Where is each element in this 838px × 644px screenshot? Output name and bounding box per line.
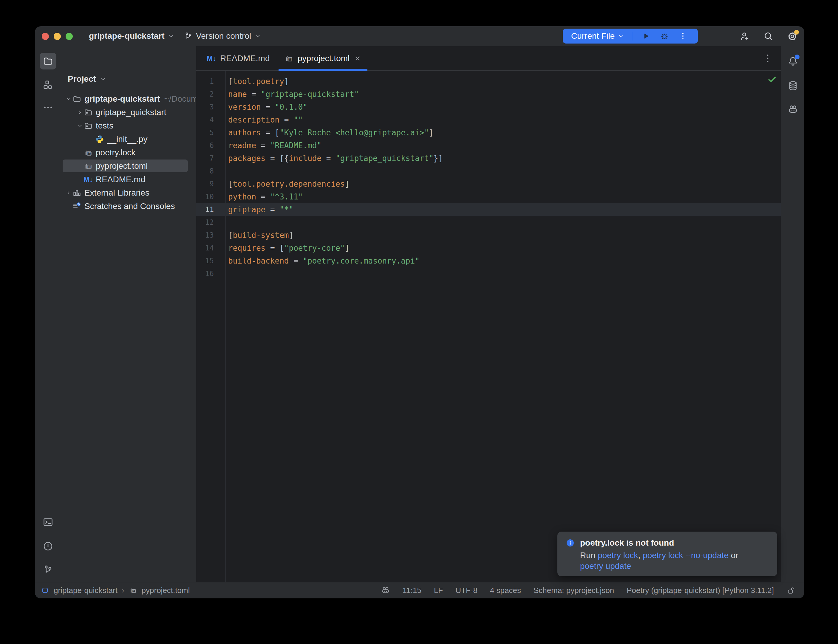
tree-indent — [76, 159, 84, 172]
add-user-icon[interactable] — [739, 31, 750, 42]
line-number: 6 — [196, 141, 214, 150]
tab-options-icon[interactable] — [762, 53, 773, 64]
code-text: name = "griptape-quickstart" — [214, 90, 359, 99]
line-separator[interactable]: LF — [434, 586, 443, 595]
notification-balloon: poetry.lock is not found Run poetry lock… — [557, 532, 777, 576]
title-bar: griptape-quickstart Version control Curr… — [35, 26, 804, 46]
code-line-16[interactable]: 16 — [196, 267, 781, 280]
cursor-position[interactable]: 11:15 — [403, 586, 421, 595]
tree-item-pyproject-toml[interactable]: [T]pyproject.toml — [61, 159, 196, 172]
tree-item-poetry-lock[interactable]: [T]poetry.lock — [61, 146, 196, 159]
tree-item-label: griptape_quickstart — [96, 108, 166, 117]
code-line-13[interactable]: 13[build-system] — [196, 229, 781, 242]
problems-tool-button[interactable] — [39, 538, 56, 555]
project-folder-tool-button[interactable] — [39, 53, 56, 69]
code-line-11[interactable]: 11griptape = "*" — [196, 203, 781, 216]
code-line-2[interactable]: 2name = "griptape-quickstart" — [196, 88, 781, 100]
ai-assistant-tool-button[interactable] — [785, 101, 801, 118]
notification-link[interactable]: poetry update — [580, 562, 631, 571]
line-number: 2 — [196, 90, 214, 99]
tree-item--init-py[interactable]: __init__.py — [61, 132, 196, 146]
markdown-icon: M↓ — [84, 175, 93, 184]
project-widget[interactable]: griptape-quickstart — [89, 26, 175, 46]
tree-item-label: griptape-quickstart — [84, 94, 160, 104]
close-window-button[interactable] — [42, 33, 49, 40]
chevron-down-icon — [168, 33, 175, 39]
code-line-1[interactable]: 1[tool.poetry] — [196, 75, 781, 88]
line-number: 5 — [196, 128, 214, 137]
chevron-right-icon[interactable] — [65, 186, 72, 199]
chevron-down-icon[interactable] — [65, 92, 72, 105]
json-schema[interactable]: Schema: pyproject.json — [534, 586, 614, 595]
code-line-3[interactable]: 3version = "0.1.0" — [196, 100, 781, 113]
code-line-9[interactable]: 9[tool.poetry.dependencies] — [196, 177, 781, 190]
notification-text: or — [728, 551, 738, 560]
project-widget-label: griptape-quickstart — [89, 31, 164, 41]
tree-item-griptape-quickstart[interactable]: griptape-quickstart~/Docume — [61, 92, 196, 105]
minimize-window-button[interactable] — [54, 33, 61, 40]
code-text: description = "" — [214, 115, 303, 124]
notification-link[interactable]: poetry lock — [598, 551, 638, 560]
problems-icon — [43, 541, 53, 552]
project-panel-title: Project — [68, 74, 96, 84]
tree-item-readme-md[interactable]: M↓README.md — [61, 172, 196, 186]
toml-icon: [T] — [128, 586, 138, 594]
write-access[interactable] — [786, 586, 795, 595]
chevron-right-icon[interactable] — [76, 105, 84, 119]
code-line-15[interactable]: 15build-backend = "poetry.core.masonry.a… — [196, 254, 781, 267]
code-text: griptape = "*" — [214, 205, 293, 214]
terminal-tool-button[interactable] — [39, 514, 56, 531]
editor-tab-bar: M↓README.md[T]pyproject.toml — [196, 46, 781, 71]
code-line-6[interactable]: 6readme = "README.md" — [196, 139, 781, 152]
line-number: 4 — [196, 116, 214, 124]
project-panel-header[interactable]: Project — [61, 72, 107, 85]
breadcrumb-item[interactable]: griptape-quickstart — [54, 586, 118, 595]
more-run-options-icon[interactable] — [678, 31, 688, 41]
tree-item-griptape-quickstart[interactable]: griptape_quickstart — [61, 105, 196, 119]
status-bar: griptape-quickstart›[T]pyproject.toml 11… — [35, 582, 804, 598]
run-configuration-widget[interactable]: Current File — [563, 29, 698, 44]
settings-icon[interactable] — [787, 31, 798, 42]
code-text: [tool.poetry] — [214, 77, 289, 86]
tree-item-scratches-and-consoles[interactable]: Scratches and Consoles — [61, 199, 196, 213]
breadcrumb-item[interactable]: pyproject.toml — [142, 586, 190, 595]
code-line-7[interactable]: 7packages = [{include = "griptape_quicks… — [196, 152, 781, 164]
close-tab-icon[interactable] — [354, 54, 361, 62]
code-line-12[interactable]: 12 — [196, 216, 781, 229]
branch-icon — [184, 31, 193, 41]
notifications-tool-button[interactable] — [785, 53, 801, 69]
chevron-down-icon[interactable] — [76, 119, 84, 132]
encoding[interactable]: UTF-8 — [455, 586, 477, 595]
run-icon[interactable] — [641, 31, 651, 41]
tree-item-external-libraries[interactable]: External Libraries — [61, 186, 196, 199]
tab-readme-md[interactable]: M↓README.md — [200, 46, 277, 71]
tree-item-tests[interactable]: tests — [61, 119, 196, 132]
version-control-tool-button[interactable] — [39, 562, 56, 578]
search-icon[interactable] — [763, 31, 774, 42]
right-tool-stripe — [781, 46, 804, 582]
code-text: requires = ["poetry-core"] — [214, 243, 350, 253]
debug-icon[interactable] — [660, 31, 669, 41]
indent[interactable]: 4 spaces — [490, 586, 521, 595]
more-icon — [43, 102, 53, 113]
tab-pyproject-toml[interactable]: [T]pyproject.toml — [277, 46, 369, 71]
code-editor[interactable]: 1[tool.poetry]2name = "griptape-quicksta… — [196, 71, 781, 280]
code-line-8[interactable]: 8 — [196, 164, 781, 177]
zoom-window-button[interactable] — [66, 33, 73, 40]
tree-item-label: __init__.py — [107, 135, 147, 144]
code-line-4[interactable]: 4description = "" — [196, 113, 781, 126]
line-number: 10 — [196, 192, 214, 201]
code-line-5[interactable]: 5authors = ["Kyle Roche <hello@griptape.… — [196, 126, 781, 139]
structure-tool-button[interactable] — [39, 77, 56, 93]
notification-title: poetry.lock is not found — [580, 538, 674, 548]
notification-link[interactable]: poetry lock --no-update — [642, 551, 728, 560]
more-tool-windows-tool-button[interactable] — [39, 99, 56, 116]
toml-icon: [T] — [284, 54, 293, 63]
code-line-10[interactable]: 10python = "^3.11" — [196, 190, 781, 203]
code-line-14[interactable]: 14requires = ["poetry-core"] — [196, 242, 781, 254]
database-tool-button[interactable] — [785, 77, 801, 94]
ai-status-icon[interactable] — [381, 586, 390, 595]
vcs-widget[interactable]: Version control — [184, 26, 261, 46]
interpreter[interactable]: Poetry (griptape-quickstart) [Python 3.1… — [626, 586, 774, 595]
left-tool-stripe — [35, 46, 61, 582]
